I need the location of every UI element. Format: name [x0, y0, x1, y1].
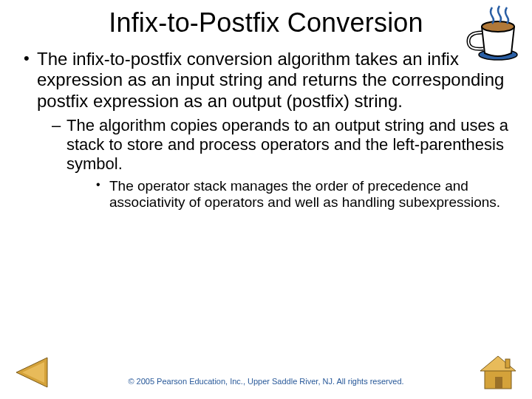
bullet-level3: The operator stack manages the order of …	[66, 178, 511, 211]
bullet-text: The infix-to-postfix conversion algorith…	[37, 49, 504, 111]
bullet-level2: The algorithm copies operands to an outp…	[37, 116, 511, 211]
svg-rect-6	[495, 377, 502, 389]
svg-marker-5	[480, 356, 516, 371]
home-icon[interactable]	[476, 352, 520, 392]
bullet-text: The operator stack manages the order of …	[109, 178, 500, 210]
svg-rect-7	[505, 359, 510, 368]
bullet-list: The infix-to-postfix conversion algorith…	[21, 49, 511, 211]
slide: Infix-to-Postfix Conversion The infix-to…	[0, 0, 532, 399]
bullet-level1: The infix-to-postfix conversion algorith…	[21, 49, 511, 211]
back-arrow-icon[interactable]	[12, 353, 50, 392]
svg-point-1	[482, 21, 514, 32]
copyright-text: © 2005 Pearson Education, Inc., Upper Sa…	[0, 377, 532, 387]
bullet-text: The algorithm copies operands to an outp…	[66, 116, 508, 173]
slide-title: Infix-to-Postfix Conversion	[21, 7, 511, 38]
